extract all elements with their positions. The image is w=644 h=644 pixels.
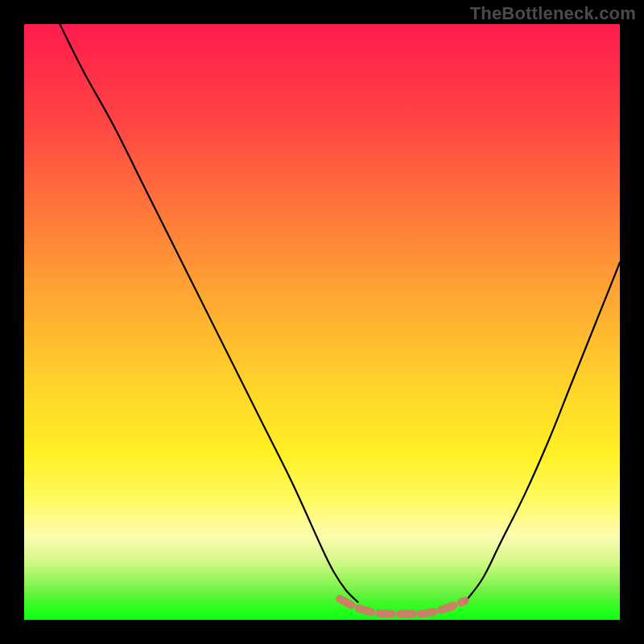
chart-frame: TheBottleneck.com xyxy=(0,0,644,644)
left-curve xyxy=(60,24,357,602)
flat-bottom-dashed xyxy=(340,599,464,614)
plot-area xyxy=(24,24,620,620)
right-curve xyxy=(465,262,620,602)
watermark-text: TheBottleneck.com xyxy=(470,3,636,24)
chart-svg xyxy=(24,24,620,620)
